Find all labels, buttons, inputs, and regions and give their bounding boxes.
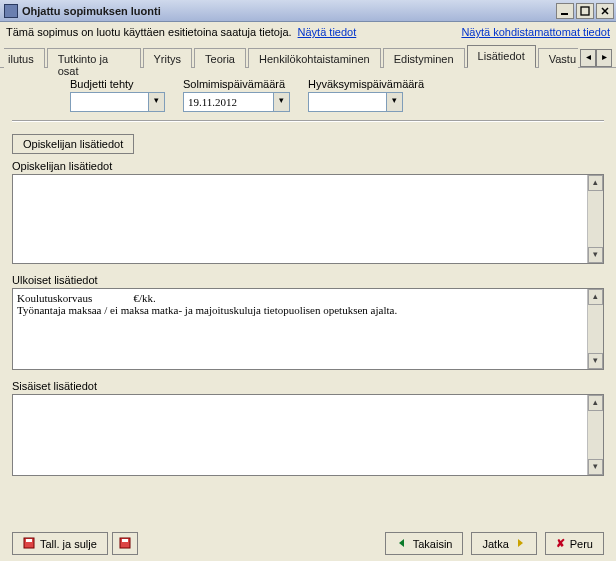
maximize-button[interactable]: [576, 3, 594, 19]
tab-scroll-right[interactable]: ▸: [596, 49, 612, 67]
field-solmimis: Solmimispäivämäärä ▾: [183, 78, 290, 112]
label-sisaiset: Sisäiset lisätiedot: [12, 380, 604, 392]
section-opiskelija: Opiskelijan lisätiedot ▴ ▾: [12, 160, 604, 264]
separator: [12, 120, 604, 122]
scrollbar-ulkoiset[interactable]: ▴ ▾: [587, 289, 603, 369]
dropdown-solmimis[interactable]: ▾: [273, 92, 290, 112]
label-solmimis: Solmimispäivämäärä: [183, 78, 290, 90]
scroll-down-icon[interactable]: ▾: [588, 459, 603, 475]
field-hyvaksymis: Hyväksymispäivämäärä ▾: [308, 78, 424, 112]
arrow-left-icon: [396, 537, 408, 551]
cancel-button[interactable]: ✘ Peru: [545, 532, 604, 555]
tab-vastuu[interactable]: Vastu: [538, 48, 578, 68]
scroll-up-icon[interactable]: ▴: [588, 395, 603, 411]
tabstrip: ilutus Tutkinto ja osat Yritys Teoria He…: [0, 44, 616, 68]
arrow-right-icon: [514, 537, 526, 551]
tab-lisatiedot[interactable]: Lisätiedot: [467, 45, 536, 67]
scroll-up-icon[interactable]: ▴: [588, 175, 603, 191]
tab-teoria[interactable]: Teoria: [194, 48, 246, 68]
svg-rect-3: [26, 539, 32, 542]
window-title: Ohjattu sopimuksen luonti: [22, 5, 556, 17]
input-solmimis[interactable]: [183, 92, 273, 112]
textarea-ulkoiset[interactable]: [13, 289, 587, 369]
scrollbar-sisaiset[interactable]: ▴ ▾: [587, 395, 603, 475]
cancel-x-icon: ✘: [556, 537, 565, 550]
minimize-button[interactable]: [556, 3, 574, 19]
back-button[interactable]: Takaisin: [385, 532, 464, 555]
tab-koulutus[interactable]: ilutus: [4, 48, 45, 68]
tab-henkilokohtaistaminen[interactable]: Henkilökohtaistaminen: [248, 48, 381, 68]
link-show-details[interactable]: Näytä tiedot: [298, 26, 357, 38]
scrollbar-opiskelija[interactable]: ▴ ▾: [587, 175, 603, 263]
textarea-opiskelija[interactable]: [13, 175, 587, 263]
next-label: Jatka: [482, 538, 508, 550]
textarea-sisaiset[interactable]: [13, 395, 587, 475]
dropdown-budjetti[interactable]: ▾: [148, 92, 165, 112]
label-opiskelija: Opiskelijan lisätiedot: [12, 160, 604, 172]
close-button[interactable]: [596, 3, 614, 19]
infobar-text: Tämä sopimus on luotu käyttäen esitietoi…: [6, 26, 292, 38]
scroll-down-icon[interactable]: ▾: [588, 247, 603, 263]
section-ulkoiset: Ulkoiset lisätiedot ▴ ▾: [12, 274, 604, 370]
tab-scroll: ◂ ▸: [580, 49, 612, 67]
tab-tutkinto-ja-osat[interactable]: Tutkinto ja osat: [47, 48, 141, 68]
cancel-label: Peru: [570, 538, 593, 550]
subtab-opiskelijan-lisatiedot[interactable]: Opiskelijan lisätiedot: [12, 134, 134, 154]
tab-content: Budjetti tehty ▾ Solmimispäivämäärä ▾ Hy…: [0, 68, 616, 476]
section-sisaiset: Sisäiset lisätiedot ▴ ▾: [12, 380, 604, 476]
infobar: Tämä sopimus on luotu käyttäen esitietoi…: [0, 22, 616, 44]
tab-scroll-left[interactable]: ◂: [580, 49, 596, 67]
tab-yritys[interactable]: Yritys: [143, 48, 193, 68]
label-hyvaksymis: Hyväksymispäivämäärä: [308, 78, 424, 90]
save-icon: [119, 537, 131, 551]
save-button[interactable]: [112, 532, 138, 555]
scroll-down-icon[interactable]: ▾: [588, 353, 603, 369]
link-show-unassigned[interactable]: Näytä kohdistamattomat tiedot: [461, 26, 610, 38]
back-label: Takaisin: [413, 538, 453, 550]
svg-rect-0: [561, 13, 568, 15]
svg-rect-5: [122, 539, 128, 542]
input-hyvaksymis[interactable]: [308, 92, 386, 112]
label-budjetti: Budjetti tehty: [70, 78, 165, 90]
svg-rect-1: [581, 7, 589, 15]
next-button[interactable]: Jatka: [471, 532, 536, 555]
save-icon: [23, 537, 35, 551]
footer: Tall. ja sulje Takaisin Jatka ✘ Peru: [0, 532, 616, 555]
input-budjetti[interactable]: [70, 92, 148, 112]
scroll-up-icon[interactable]: ▴: [588, 289, 603, 305]
save-close-label: Tall. ja sulje: [40, 538, 97, 550]
label-ulkoiset: Ulkoiset lisätiedot: [12, 274, 604, 286]
app-icon: [4, 4, 18, 18]
titlebar: Ohjattu sopimuksen luonti: [0, 0, 616, 22]
dropdown-hyvaksymis[interactable]: ▾: [386, 92, 403, 112]
save-close-button[interactable]: Tall. ja sulje: [12, 532, 108, 555]
field-budjetti: Budjetti tehty ▾: [70, 78, 165, 112]
tab-edistyminen[interactable]: Edistyminen: [383, 48, 465, 68]
